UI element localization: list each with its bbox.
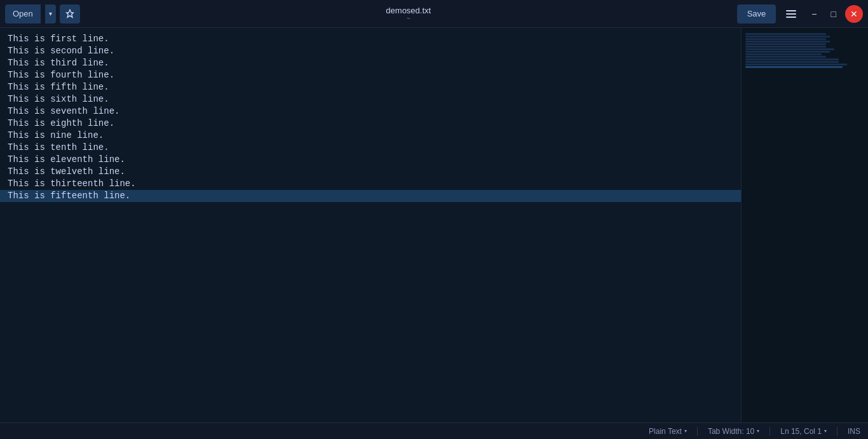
minimap-line [745,58,839,60]
minimap-line [745,48,834,50]
editor-content[interactable]: This is first line.This is second line.T… [0,28,741,422]
minimap-line [745,33,826,35]
open-button[interactable]: Open [5,4,41,24]
maximize-button[interactable]: □ [826,4,841,24]
titlebar-left: Open ▾ [5,4,80,24]
text-line: This is second line. [8,46,114,56]
minimap-line [745,41,830,43]
text-line: This is first line. [8,34,109,44]
language-dropdown-arrow: ▾ [684,428,687,434]
minimap [741,28,868,422]
pin-button[interactable] [60,4,80,24]
minimap-line [745,36,830,37]
text-line: This is fourth line. [8,70,114,80]
titlebar-center: demosed.txt ~ [80,6,737,22]
text-line: This is seventh line. [8,106,119,116]
text-line: This is fifth line. [8,82,109,92]
minimap-content [742,28,868,422]
minimize-button[interactable]: − [806,4,822,24]
text-line: This is third line. [8,58,109,68]
titlebar: Open ▾ demosed.txt ~ Save − □ ✕ [0,0,868,28]
status-separator-3 [837,427,837,436]
text-line: This is eighth line. [8,118,114,128]
tab-width-dropdown-arrow: ▾ [757,428,759,434]
minimap-line [745,53,822,55]
status-separator-1 [697,427,698,436]
editor-container: This is first line.This is second line.T… [0,28,868,422]
minimap-line [745,56,826,58]
text-line: This is fifteenth line. [0,190,741,202]
minimap-line [745,66,843,68]
status-separator-2 [770,427,770,436]
title-filename: demosed.txt [386,6,431,15]
tab-width-selector[interactable]: Tab Width: 10 ▾ [708,427,759,436]
text-line: This is sixth line. [8,94,109,104]
close-button[interactable]: ✕ [845,5,863,23]
insert-mode-label: INS [848,427,860,436]
minimap-line [745,64,847,65]
cursor-position[interactable]: Ln 15, Col 1 ▾ [780,427,827,436]
insert-mode[interactable]: INS [848,427,860,436]
dropdown-arrow-icon: ▾ [49,10,52,17]
language-selector[interactable]: Plain Text ▾ [649,427,687,436]
text-line: This is twelveth line. [8,166,125,177]
menu-button[interactable] [780,4,803,24]
text-line: This is nine line. [8,130,104,140]
text-line: This is tenth line. [8,142,109,152]
save-button[interactable]: Save [737,4,776,24]
language-label: Plain Text [649,427,682,436]
minimap-line [745,61,839,63]
text-line: This is eleventh line. [8,154,125,165]
statusbar: Plain Text ▾ Tab Width: 10 ▾ Ln 15, Col … [0,422,868,439]
minimap-line [745,43,826,45]
editor-main[interactable]: This is first line.This is second line.T… [0,28,741,422]
hamburger-icon [785,9,797,19]
minimap-line [745,51,830,53]
open-dropdown-button[interactable]: ▾ [44,4,56,24]
tab-width-label: Tab Width: 10 [708,427,754,436]
title-subtitle: ~ [407,15,410,22]
minimap-line [745,46,826,48]
pin-icon [65,9,75,19]
titlebar-right: Save − □ ✕ [737,4,863,24]
cursor-dropdown-arrow: ▾ [824,428,827,434]
cursor-position-label: Ln 15, Col 1 [780,427,822,436]
text-line: This is thirteenth line. [8,179,136,189]
minimap-line [745,38,826,40]
